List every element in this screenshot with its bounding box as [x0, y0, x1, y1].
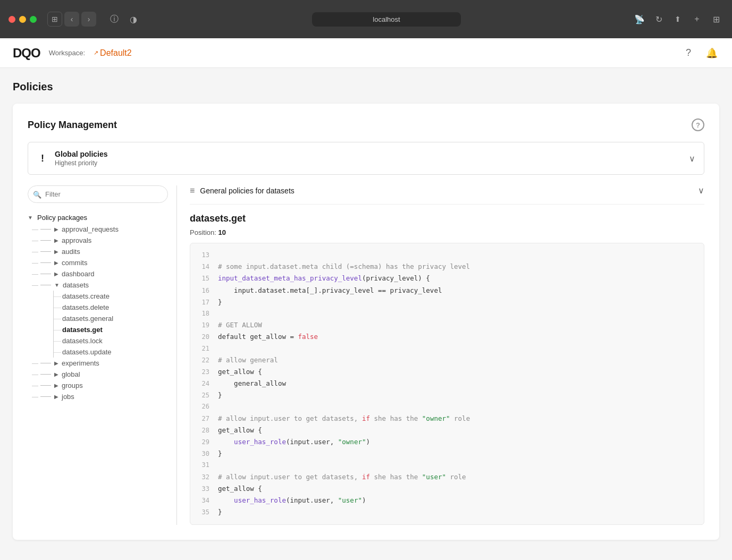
filter-lines-icon: ≡	[190, 186, 195, 196]
sidebar-item-datasets-general[interactable]: datasets.general	[54, 313, 168, 324]
global-policies-chevron-icon[interactable]: ∨	[689, 154, 695, 164]
dashboard-label: dashboard	[62, 270, 94, 278]
code-line-25: 25 }	[190, 389, 704, 401]
sidebar-item-datasets-delete[interactable]: datasets.delete	[54, 302, 168, 313]
new-tab-icon[interactable]: +	[689, 12, 704, 27]
workspace-label: Workspace:	[49, 49, 85, 57]
expand-arrow-6: ▼	[54, 282, 60, 288]
h-line	[40, 229, 51, 230]
h-line-4	[40, 262, 51, 263]
policy-management-card: Policy Management ? ! Global policies Hi…	[13, 104, 719, 540]
policy-packages-chevron: ▼	[28, 215, 34, 220]
grid-icon[interactable]: ⊞	[709, 12, 723, 27]
policy-packages-label: Policy packages	[37, 214, 87, 222]
global-policies-left: ! Global policies Highest priority	[37, 150, 108, 167]
h-line-2	[40, 240, 51, 241]
code-line-26: 26	[190, 401, 704, 412]
sidebar-item-jobs[interactable]: ▶ jobs	[36, 391, 168, 402]
code-line-27: 27 # allow input.user to get datasets, i…	[190, 413, 704, 425]
code-line-29: 29 user_has_role(input.user, "owner")	[190, 436, 704, 448]
h-line-10	[40, 396, 51, 397]
sidebar-item-global[interactable]: ▶ global	[36, 369, 168, 380]
sidebar-item-datasets[interactable]: ▼ datasets	[36, 279, 168, 291]
address-bar-container: localhost	[147, 12, 626, 27]
code-line-14: 14 # some input.dataset.meta child (=sch…	[190, 261, 704, 273]
card-header: Policy Management ?	[28, 118, 704, 131]
code-line-28: 28 get_allow {	[190, 425, 704, 436]
datasets-general-label: datasets.general	[62, 315, 113, 323]
expand-arrow-5: ▶	[54, 271, 58, 277]
address-bar[interactable]: localhost	[312, 12, 461, 27]
help-icon[interactable]: ?	[681, 46, 696, 61]
tree-nav: ▼ Policy packages ▶ approval_requests	[28, 211, 168, 402]
datasets-children: datasets.create datasets.delete datasets…	[53, 291, 168, 358]
notification-bell-icon[interactable]: 🔔	[704, 46, 719, 61]
app-header: DQO Workspace: Default2 ? 🔔	[0, 38, 732, 68]
forward-button[interactable]: ›	[81, 12, 96, 27]
code-line-23: 23 get_allow {	[190, 366, 704, 378]
datasets-update-label: datasets.update	[62, 348, 112, 356]
position-value: 10	[218, 228, 226, 236]
code-line-15: 15 input_dataset_meta_has_privacy_level(…	[190, 273, 704, 284]
policy-section-header: ≡ General policies for datasets ∨	[190, 185, 704, 205]
expand-arrow-9: ▶	[54, 383, 58, 388]
tree-children: ▶ approval_requests ▶ approvals	[36, 224, 168, 402]
workspace-link[interactable]: Default2	[94, 48, 132, 58]
sidebar-toggle[interactable]: ⊞	[47, 12, 62, 27]
filter-input[interactable]	[28, 185, 168, 203]
sidebar-item-datasets-update[interactable]: datasets.update	[54, 346, 168, 358]
datasets-lock-label: datasets.lock	[62, 337, 103, 345]
code-line-19: 19 # GET ALLOW	[190, 319, 704, 331]
card-help-icon[interactable]: ?	[692, 118, 704, 131]
approval-requests-label: approval_requests	[62, 225, 119, 233]
filter-search-icon: 🔍	[33, 190, 41, 198]
header-right: ? 🔔	[681, 46, 719, 61]
sidebar-item-datasets-get[interactable]: datasets.get	[54, 324, 168, 335]
commits-label: commits	[62, 259, 87, 267]
policy-section-chevron-icon[interactable]: ∨	[698, 185, 704, 196]
policy-section-left: ≡ General policies for datasets	[190, 186, 295, 196]
browser-chrome: ⊞ ‹ › ⓘ ◑ localhost 📡 ↻ ⬆ + ⊞	[0, 0, 732, 38]
close-button[interactable]	[9, 16, 15, 23]
h-line-8	[40, 374, 51, 375]
code-title: datasets.get	[190, 213, 704, 224]
tree-section-policy-packages[interactable]: ▼ Policy packages	[28, 211, 168, 224]
code-line-31: 31	[190, 460, 704, 471]
maximize-button[interactable]	[30, 16, 37, 23]
h-line-7	[40, 363, 51, 363]
contrast-icon: ◑	[126, 12, 141, 27]
sidebar-item-audits[interactable]: ▶ audits	[36, 246, 168, 257]
code-line-21: 21	[190, 343, 704, 354]
sidebar-item-approval-requests[interactable]: ▶ approval_requests	[36, 224, 168, 235]
sidebar-item-commits[interactable]: ▶ commits	[36, 257, 168, 268]
exclamation-icon: !	[37, 152, 48, 164]
sidebar-item-groups[interactable]: ▶ groups	[36, 380, 168, 391]
sidebar-item-datasets-create[interactable]: datasets.create	[54, 291, 168, 302]
filter-wrapper: 🔍	[28, 185, 168, 203]
code-line-34: 34 user_has_role(input.user, "user")	[190, 495, 704, 506]
sidebar-item-approvals[interactable]: ▶ approvals	[36, 235, 168, 246]
code-line-32: 32 # allow input.user to get datasets, i…	[190, 471, 704, 483]
share-icon[interactable]: ⬆	[670, 12, 685, 27]
minimize-button[interactable]	[19, 16, 26, 23]
traffic-lights	[9, 16, 37, 23]
expand-arrow-8: ▶	[54, 371, 58, 377]
cast-icon[interactable]: 📡	[632, 12, 647, 27]
sidebar-item-dashboard[interactable]: ▶ dashboard	[36, 268, 168, 279]
datasets-create-label: datasets.create	[62, 292, 110, 300]
experiments-label: experiments	[62, 359, 99, 367]
sidebar-item-datasets-lock[interactable]: datasets.lock	[54, 335, 168, 346]
info-icon: ⓘ	[107, 12, 122, 27]
global-policies-banner[interactable]: ! Global policies Highest priority ∨	[28, 142, 704, 175]
sidebar-item-experiments[interactable]: ▶ experiments	[36, 358, 168, 369]
groups-label: groups	[62, 381, 83, 389]
h-line-5	[40, 274, 51, 274]
global-policies-text: Global policies Highest priority	[55, 150, 108, 167]
expand-arrow-2: ▶	[54, 237, 58, 243]
datasets-delete-label: datasets.delete	[62, 303, 109, 311]
expand-arrow-10: ▶	[54, 394, 58, 400]
h-line-6	[40, 285, 51, 285]
refresh-icon[interactable]: ↻	[651, 12, 666, 27]
back-button[interactable]: ‹	[64, 12, 79, 27]
code-line-13: 13	[190, 250, 704, 261]
